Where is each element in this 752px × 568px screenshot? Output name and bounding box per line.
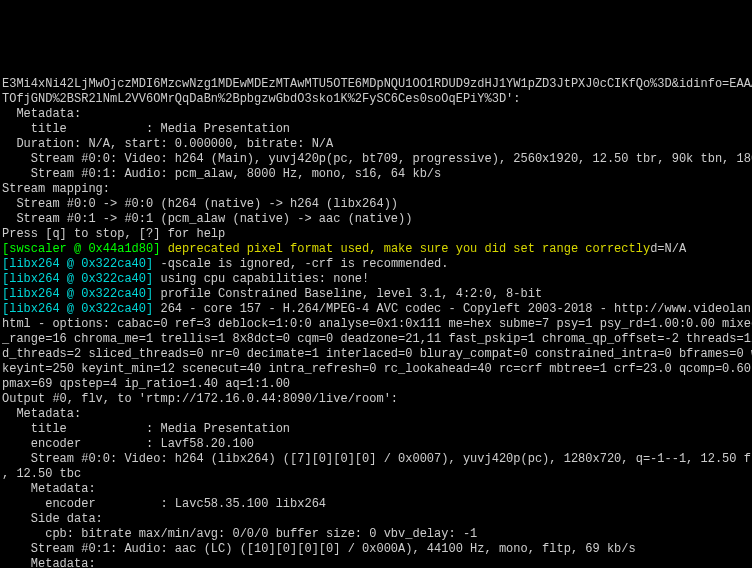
terminal-line: Stream #0:0 -> #0:0 (h264 (native) -> h2… [2, 197, 752, 212]
terminal-line: Side data: [2, 512, 752, 527]
terminal-line: Metadata: [2, 557, 752, 568]
terminal-line: [swscaler @ 0x44a1d80] deprecated pixel … [2, 242, 752, 257]
terminal-line: Metadata: [2, 407, 752, 422]
terminal-line: encoder : Lavf58.20.100 [2, 437, 752, 452]
terminal-line: Stream #0:0: Video: h264 (libx264) ([7][… [2, 452, 752, 467]
terminal-line: Stream #0:1: Audio: aac (LC) ([10][0][0]… [2, 542, 752, 557]
terminal-line: E3Mi4xNi42LjMwOjczMDI6MzcwNzg1MDEwMDEzMT… [2, 77, 752, 92]
terminal-line: [libx264 @ 0x322ca40] using cpu capabili… [2, 272, 752, 287]
terminal-output: E3Mi4xNi42LjMwOjczMDI6MzcwNzg1MDEwMDEzMT… [0, 75, 752, 568]
terminal-segment: d=N/A [650, 242, 686, 256]
terminal-line: Metadata: [2, 107, 752, 122]
terminal-line: Stream #0:1 -> #0:1 (pcm_alaw (native) -… [2, 212, 752, 227]
terminal-segment: 264 - core 157 - H.264/MPEG-4 AVC codec … [160, 302, 752, 316]
terminal-line: cpb: bitrate max/min/avg: 0/0/0 buffer s… [2, 527, 752, 542]
terminal-line: Metadata: [2, 482, 752, 497]
terminal-line: Duration: N/A, start: 0.000000, bitrate:… [2, 137, 752, 152]
terminal-line: keyint=250 keyint_min=12 scenecut=40 int… [2, 362, 752, 377]
terminal-segment: [libx264 @ 0x322ca40] [2, 302, 160, 316]
terminal-segment: [libx264 @ 0x322ca40] [2, 272, 160, 286]
terminal-line: Stream #0:0: Video: h264 (Main), yuvj420… [2, 152, 752, 167]
terminal-segment: [swscaler @ 0x44a1d80] [2, 242, 168, 256]
terminal-segment: deprecated pixel format used, make sure … [168, 242, 650, 256]
terminal-line: _range=16 chroma_me=1 trellis=1 8x8dct=0… [2, 332, 752, 347]
terminal-segment: [libx264 @ 0x322ca40] [2, 257, 160, 271]
terminal-line: , 12.50 tbc [2, 467, 752, 482]
terminal-segment: -qscale is ignored, -crf is recommended. [160, 257, 448, 271]
terminal-line: html - options: cabac=0 ref=3 deblock=1:… [2, 317, 752, 332]
terminal-line: Stream mapping: [2, 182, 752, 197]
terminal-segment: profile Constrained Baseline, level 3.1,… [160, 287, 542, 301]
terminal-line: Stream #0:1: Audio: pcm_alaw, 8000 Hz, m… [2, 167, 752, 182]
terminal-line: [libx264 @ 0x322ca40] profile Constraine… [2, 287, 752, 302]
terminal-line: TOfjGND%2BSR2lNmL2VV6OMrQqDaBn%2BpbgzwGb… [2, 92, 752, 107]
terminal-line: title : Media Presentation [2, 422, 752, 437]
terminal-segment: using cpu capabilities: none! [160, 272, 369, 286]
terminal-line: [libx264 @ 0x322ca40] -qscale is ignored… [2, 257, 752, 272]
terminal-segment: [libx264 @ 0x322ca40] [2, 287, 160, 301]
terminal-line: Output #0, flv, to 'rtmp://172.16.0.44:8… [2, 392, 752, 407]
terminal-line: [libx264 @ 0x322ca40] 264 - core 157 - H… [2, 302, 752, 317]
terminal-line: pmax=69 qpstep=4 ip_ratio=1.40 aq=1:1.00 [2, 377, 752, 392]
terminal-line: Press [q] to stop, [?] for help [2, 227, 752, 242]
terminal-line: title : Media Presentation [2, 122, 752, 137]
terminal-line: encoder : Lavc58.35.100 libx264 [2, 497, 752, 512]
terminal-line: d_threads=2 sliced_threads=0 nr=0 decima… [2, 347, 752, 362]
